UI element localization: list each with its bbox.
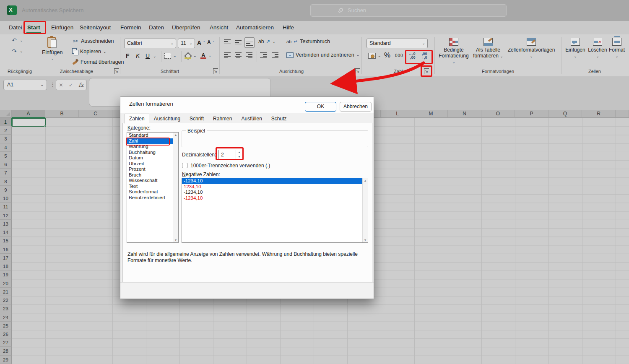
select-all-corner[interactable] — [0, 110, 12, 118]
row-header-11[interactable]: 11 — [0, 203, 12, 211]
row-header-15[interactable]: 15 — [0, 237, 12, 245]
fill-handle[interactable] — [44, 125, 46, 127]
alignment-dialog-launcher[interactable]: ↘ — [354, 68, 361, 74]
category-item-prozent[interactable]: Prozent — [127, 166, 178, 172]
insert-function-icon[interactable]: fx — [78, 82, 83, 88]
category-item-sonderformat[interactable]: Sonderformat — [127, 189, 178, 195]
align-top-button[interactable] — [224, 39, 231, 45]
negative-option-3[interactable]: -1234,10 — [182, 195, 368, 201]
confirm-entry-icon[interactable]: ✓ — [69, 82, 73, 88]
column-header-M[interactable]: M — [414, 110, 448, 118]
menu-tab-datei[interactable]: Datei — [8, 23, 23, 34]
category-item-datum[interactable]: Datum — [127, 155, 178, 161]
dialog-tab-rahmen[interactable]: Rahmen — [208, 114, 237, 123]
column-header-C[interactable]: C — [79, 110, 112, 118]
paste-button[interactable]: Einfügen ⌄ — [42, 36, 62, 60]
decrease-indent-button[interactable] — [260, 52, 267, 58]
row-header-23[interactable]: 23 — [0, 304, 12, 313]
align-left-button[interactable] — [224, 52, 231, 58]
category-item-standard[interactable]: Standard — [127, 133, 178, 138]
menu-tab-daten[interactable]: Daten — [148, 23, 165, 34]
ok-button[interactable]: OK — [305, 102, 336, 112]
row-header-18[interactable]: 18 — [0, 262, 12, 270]
name-box[interactable]: A1⌄ — [3, 80, 47, 90]
scroll-down-icon[interactable]: ▼ — [173, 239, 178, 242]
borders-button[interactable]: ⌄ — [164, 53, 177, 59]
column-header-P[interactable]: P — [515, 110, 548, 118]
font-size-combobox[interactable]: 11⌄ — [178, 39, 195, 48]
column-header-R[interactable]: R — [582, 110, 616, 118]
row-header-8[interactable]: 8 — [0, 177, 12, 186]
merge-center-button[interactable]: ↔Verbinden und zentrieren⌄ — [286, 52, 359, 58]
row-header-3[interactable]: 3 — [0, 135, 12, 143]
cancel-entry-icon[interactable]: ✕ — [59, 82, 63, 88]
format-painter-button[interactable]: Format übertragen — [72, 59, 124, 65]
scroll-up-icon[interactable]: ▲ — [363, 179, 368, 182]
conditional-formatting-button[interactable]: Bedingte Formatierung ⌄ — [437, 38, 470, 65]
align-center-button[interactable] — [235, 52, 242, 58]
dialog-tab-zahlen[interactable]: Zahlen — [125, 114, 149, 124]
row-header-20[interactable]: 20 — [0, 279, 12, 288]
menu-tab-ansicht[interactable]: Ansicht — [208, 23, 229, 34]
menu-tab-automatisieren[interactable]: Automatisieren — [235, 23, 275, 34]
category-item-benutzerdefiniert[interactable]: Benutzerdefiniert — [127, 195, 178, 201]
underline-button[interactable]: U — [146, 52, 150, 59]
row-header-10[interactable]: 10 — [0, 194, 12, 203]
cancel-button[interactable]: Abbrechen — [340, 102, 372, 112]
grow-font-button[interactable]: Aˆ — [197, 39, 205, 46]
menu-tab-seitenlayout[interactable]: Seitenlayout — [78, 23, 112, 34]
category-item-buchhaltung[interactable]: Buchhaltung — [127, 150, 178, 156]
menu-tab-formeln[interactable]: Formeln — [119, 23, 143, 34]
scroll-down-icon[interactable]: ▼ — [363, 239, 368, 242]
column-header-L[interactable]: L — [381, 110, 414, 118]
align-bottom-button[interactable] — [244, 37, 255, 48]
row-header-16[interactable]: 16 — [0, 245, 12, 254]
fill-color-button[interactable]: ⌄ — [185, 53, 197, 59]
column-header-B[interactable]: B — [45, 110, 79, 118]
negative-scrollbar[interactable]: ▲▼ — [362, 178, 368, 242]
clipboard-dialog-launcher[interactable]: ↘ — [113, 68, 120, 74]
row-header-7[interactable]: 7 — [0, 169, 12, 177]
decrease-decimal-button[interactable]: ,00→,0 — [420, 52, 427, 60]
row-header-25[interactable]: 25 — [0, 322, 12, 330]
category-item-wissenschaft[interactable]: Wissenschaft — [127, 178, 178, 184]
insert-cells-button[interactable]: ← Einfügen ⌄ — [564, 38, 586, 59]
row-header-4[interactable]: 4 — [0, 143, 12, 152]
menu-tab-hilfe[interactable]: Hilfe — [281, 23, 295, 34]
shrink-font-button[interactable]: Aˇ — [207, 39, 214, 45]
row-header-14[interactable]: 14 — [0, 228, 12, 237]
category-item-uhrzeit[interactable]: Uhrzeit — [127, 161, 178, 167]
column-header-O[interactable]: O — [481, 110, 515, 118]
column-header-A[interactable]: A — [12, 110, 45, 118]
undo-button[interactable]: ↶⌄ — [11, 37, 23, 44]
format-cells-button[interactable]: Format ⌄ — [606, 38, 627, 59]
increase-decimal-button[interactable]: ←,0,00 — [408, 52, 416, 60]
spinner-up-icon[interactable]: ▲ — [236, 150, 242, 155]
decimals-value[interactable]: 2 — [221, 152, 224, 158]
thousands-separator-checkbox[interactable] — [182, 163, 187, 168]
increase-indent-button[interactable] — [272, 52, 278, 58]
percent-style-button[interactable]: % — [384, 51, 390, 60]
row-header-17[interactable]: 17 — [0, 254, 12, 262]
row-header-9[interactable]: 9 — [0, 186, 12, 194]
number-dialog-launcher[interactable]: ↘ — [423, 68, 430, 74]
wrap-text-button[interactable]: ab↵Textumbruch — [286, 39, 330, 44]
align-right-button[interactable] — [246, 52, 252, 58]
cell-styles-button[interactable]: Zellenformatvorlagen ⌄ — [503, 38, 559, 59]
scroll-up-icon[interactable]: ▲ — [173, 133, 178, 136]
negative-option-1[interactable]: 1234,10 — [182, 184, 368, 190]
category-item-text[interactable]: Text — [127, 184, 178, 190]
search-input[interactable]: Suchen — [310, 4, 507, 17]
column-header-N[interactable]: N — [448, 110, 481, 118]
row-header-29[interactable]: 29 — [0, 356, 12, 364]
font-dialog-launcher[interactable]: ↘ — [212, 68, 219, 74]
category-item-bruch[interactable]: Bruch — [127, 172, 178, 178]
column-header-Q[interactable]: Q — [548, 110, 582, 118]
row-header-12[interactable]: 12 — [0, 211, 12, 220]
row-header-6[interactable]: 6 — [0, 160, 12, 169]
number-format-combobox[interactable]: Standard⌄ — [366, 39, 428, 48]
dialog-tab-ausfüllen[interactable]: Ausfüllen — [237, 114, 266, 123]
negative-option-2[interactable]: -1234,10 — [182, 190, 368, 195]
decimals-spinner[interactable]: 2 ▲▼ — [218, 150, 243, 159]
row-header-24[interactable]: 24 — [0, 313, 12, 322]
